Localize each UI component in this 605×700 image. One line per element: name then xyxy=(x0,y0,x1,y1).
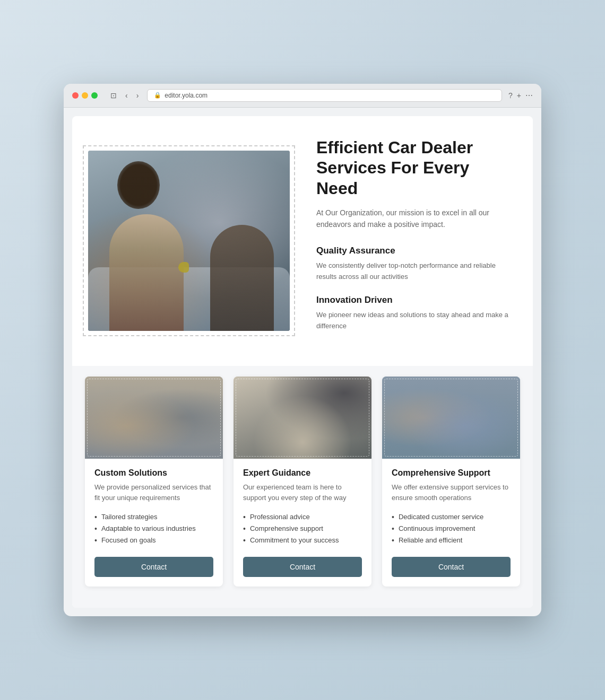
card-comprehensive-support: Comprehensive Support We offer extensive… xyxy=(382,377,520,587)
address-bar[interactable]: 🔒 editor.yola.com xyxy=(147,89,502,102)
card-image-custom-solutions xyxy=(85,377,223,459)
url-text: editor.yola.com xyxy=(165,92,208,99)
card-desc-comprehensive-support: We offer extensive support services to e… xyxy=(392,482,511,503)
minimize-traffic-light[interactable] xyxy=(82,92,88,99)
hero-title: Efficient Car Dealer Services For Every … xyxy=(316,137,512,198)
card-expert-guidance: Expert Guidance Our experienced team is … xyxy=(234,377,371,587)
card-desc-expert-guidance: Our experienced team is here to support … xyxy=(243,482,362,503)
card-image-comprehensive-support xyxy=(382,377,520,459)
card-dashed-border-1 xyxy=(87,379,221,457)
feature-quality-desc: We consistently deliver top-notch perfor… xyxy=(316,260,512,283)
feature-innovation: Innovation Driven We pioneer new ideas a… xyxy=(316,295,512,332)
feature-innovation-title: Innovation Driven xyxy=(316,295,512,305)
list-item: Focused on goals xyxy=(94,535,213,546)
close-traffic-light[interactable] xyxy=(72,92,79,99)
list-item: Reliable and efficient xyxy=(392,535,511,546)
hero-image-wrapper xyxy=(72,145,295,336)
list-item: Adaptable to various industries xyxy=(94,523,213,535)
back-button[interactable]: ‹ xyxy=(123,90,130,101)
browser-controls: ⊡ ‹ › xyxy=(108,90,141,101)
add-tab-button[interactable]: + xyxy=(517,91,521,100)
hair-dark xyxy=(117,161,160,209)
card-title-expert-guidance: Expert Guidance xyxy=(243,468,362,478)
card-body-custom-solutions: Custom Solutions We provide personalized… xyxy=(85,459,223,587)
person-light xyxy=(109,214,184,331)
card-body-expert-guidance: Expert Guidance Our experienced team is … xyxy=(234,459,371,587)
card-list-custom-solutions: Tailored strategies Adaptable to various… xyxy=(94,511,213,546)
card-dashed-border-3 xyxy=(384,379,518,457)
more-options-button[interactable]: ⋯ xyxy=(525,91,533,100)
contact-button-custom-solutions[interactable]: Contact xyxy=(94,557,213,577)
cards-section: Custom Solutions We provide personalized… xyxy=(72,366,533,608)
list-item: Professional advice xyxy=(243,511,362,523)
hero-text: Efficient Car Dealer Services For Every … xyxy=(316,137,512,345)
sidebar-toggle-button[interactable]: ⊡ xyxy=(108,90,119,101)
keys xyxy=(178,262,189,273)
hero-image-dashed-border xyxy=(83,145,295,336)
person-dark xyxy=(210,225,274,331)
feature-quality: Quality Assurance We consistently delive… xyxy=(316,246,512,283)
traffic-lights xyxy=(72,92,98,99)
card-list-comprehensive-support: Dedicated customer service Continuous im… xyxy=(392,511,511,546)
browser-actions: ? + ⋯ xyxy=(508,91,533,100)
hero-subtitle: At Our Organization, our mission is to e… xyxy=(316,207,512,231)
card-body-comprehensive-support: Comprehensive Support We offer extensive… xyxy=(382,459,520,587)
maximize-traffic-light[interactable] xyxy=(91,92,98,99)
contact-button-expert-guidance[interactable]: Contact xyxy=(243,557,362,577)
card-custom-solutions: Custom Solutions We provide personalized… xyxy=(85,377,223,587)
help-button[interactable]: ? xyxy=(508,91,513,100)
lock-icon: 🔒 xyxy=(154,92,161,99)
card-title-comprehensive-support: Comprehensive Support xyxy=(392,468,511,478)
card-dashed-border-2 xyxy=(236,379,369,457)
list-item: Commitment to your success xyxy=(243,535,362,546)
browser-window: ⊡ ‹ › 🔒 editor.yola.com ? + ⋯ xyxy=(64,84,541,616)
hero-section: Efficient Car Dealer Services For Every … xyxy=(72,116,533,366)
card-image-expert-guidance xyxy=(234,377,371,459)
card-desc-custom-solutions: We provide personalized services that fi… xyxy=(94,482,213,503)
list-item: Continuous improvement xyxy=(392,523,511,535)
cards-grid: Custom Solutions We provide personalized… xyxy=(85,377,520,587)
contact-button-comprehensive-support[interactable]: Contact xyxy=(392,557,511,577)
page-content: Efficient Car Dealer Services For Every … xyxy=(72,116,533,608)
list-item: Dedicated customer service xyxy=(392,511,511,523)
card-title-custom-solutions: Custom Solutions xyxy=(94,468,213,478)
list-item: Tailored strategies xyxy=(94,511,213,523)
forward-button[interactable]: › xyxy=(134,90,141,101)
hero-image xyxy=(88,151,290,331)
browser-bar: ⊡ ‹ › 🔒 editor.yola.com ? + ⋯ xyxy=(64,84,541,108)
feature-quality-title: Quality Assurance xyxy=(316,246,512,256)
feature-innovation-desc: We pioneer new ideas and solutions to st… xyxy=(316,310,512,332)
list-item: Comprehensive support xyxy=(243,523,362,535)
card-list-expert-guidance: Professional advice Comprehensive suppor… xyxy=(243,511,362,546)
